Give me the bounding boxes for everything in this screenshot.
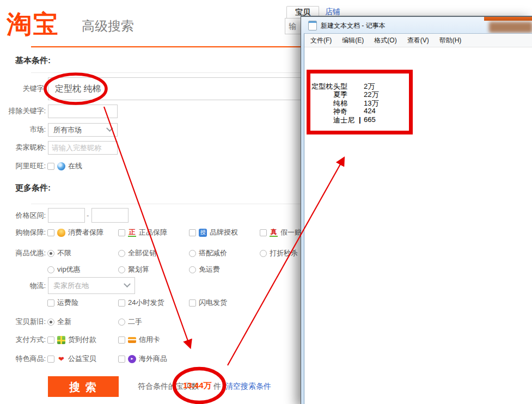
wangwang-online-option[interactable]: 在线 [47, 162, 82, 170]
fake-compensation-icon: 真 [270, 229, 278, 237]
wangwang-online-label: 在线 [68, 161, 82, 171]
menu-view[interactable]: 查看(V) [405, 35, 432, 46]
overseas-globe-icon: ▸ [128, 355, 136, 363]
shopping-protection-label: 购物保障: [3, 228, 46, 237]
logistics-label: 物流: [3, 281, 46, 290]
notepad-line: 迪士尼 | 665 [311, 115, 431, 124]
wangwang-icon [57, 162, 65, 170]
promo-bundle-radio[interactable] [189, 250, 196, 257]
credit-card-checkbox[interactable] [118, 336, 125, 344]
page-title: 高级搜索 [82, 17, 134, 35]
option-label: 消费者保障 [68, 228, 103, 237]
exclude-keyword-label: 排除关键字: [3, 107, 46, 115]
option-label: 闪电发货 [199, 298, 227, 308]
cod-checkbox[interactable] [47, 336, 54, 344]
promo-unlimited-radio[interactable] [47, 250, 54, 257]
option-label: vip优惠 [57, 265, 81, 274]
price-min-input[interactable] [48, 208, 85, 223]
notepad-line: 夏季 22万 [311, 90, 431, 98]
option-promo-vip[interactable]: vip优惠 [47, 265, 81, 274]
option-second-hand[interactable]: 二手 [118, 317, 142, 326]
result-unit: 件 [213, 382, 221, 391]
clear-search-link[interactable]: 清空搜索条件 [225, 382, 271, 391]
market-selected-value: 所有市场 [53, 125, 82, 135]
search-button[interactable]: 搜 索 [48, 376, 119, 397]
option-label: 公益宝贝 [68, 354, 96, 364]
option-label: 全新 [57, 317, 71, 327]
overseas-item-checkbox[interactable] [118, 356, 125, 363]
notepad-line: 神奇 424 [311, 107, 431, 115]
notepad-line: 定型枕 头型 2万 [311, 82, 431, 90]
menu-edit[interactable]: 编辑(E) [339, 35, 366, 46]
option-label: 打折秒杀 [270, 248, 298, 258]
option-label: 品牌授权 [210, 228, 238, 237]
page: 淘宝 高级搜索 宝贝 店铺 基本条件: 关键字: 排除关键字: 市场: 所有市场… [0, 0, 532, 404]
promo-juhuasuan-radio[interactable] [118, 266, 125, 273]
glass-showthrough [484, 17, 532, 21]
text-caret: | [359, 115, 361, 124]
option-overseas-item[interactable]: ▸ 海外商品 [118, 354, 167, 363]
option-brand-new[interactable]: 全新 [47, 317, 71, 326]
option-promo-all[interactable]: 全部促销 [118, 249, 156, 258]
notepad-window: 新建文本文档 - 记事本 文件(F) 编辑(E) 格式(O) 查看(V) 帮助(… [301, 16, 532, 404]
payment-label: 支付方式: [3, 335, 46, 344]
logistics-selected-value: 卖家所在地 [53, 281, 89, 291]
notepad-menu-bar: 文件(F) 编辑(E) 格式(O) 查看(V) 帮助(H) [304, 34, 532, 47]
seller-nickname-input[interactable] [48, 141, 118, 155]
menu-file[interactable]: 文件(F) [308, 35, 334, 46]
option-label: 二手 [128, 317, 142, 327]
24h-shipping-checkbox[interactable] [118, 299, 125, 307]
option-promo-unlimited[interactable]: 不限 [47, 249, 71, 258]
option-brand-authorization[interactable]: 授 品牌授权 [189, 228, 238, 237]
second-hand-radio[interactable] [118, 319, 125, 326]
option-promo-juhuasuan[interactable]: 聚划算 [118, 265, 149, 274]
notepad-title-bar[interactable]: 新建文本文档 - 记事本 [301, 17, 532, 33]
promo-vip-radio[interactable] [47, 266, 54, 273]
promo-flash-sale-radio[interactable] [260, 250, 267, 257]
market-select[interactable]: 所有市场 [48, 123, 118, 137]
consumer-protection-checkbox[interactable] [47, 229, 54, 236]
fake-compensation-checkbox[interactable] [260, 229, 267, 236]
logistics-select[interactable]: 卖家所在地 [48, 277, 135, 294]
genuine-guarantee-checkbox[interactable] [118, 229, 125, 236]
taobao-logo: 淘宝 [7, 8, 60, 41]
option-genuine-guarantee[interactable]: 正 正品保障 [118, 228, 167, 237]
notepad-icon [308, 21, 317, 30]
option-shipping-insurance[interactable]: 运费险 [47, 298, 78, 307]
promo-all-radio[interactable] [118, 250, 125, 257]
cod-icon [57, 336, 65, 344]
section-more-heading: 更多条件: [15, 183, 51, 193]
promo-label: 商品优惠: [3, 249, 46, 258]
result-count: 13.44万 [183, 381, 212, 391]
price-max-input[interactable] [91, 208, 129, 223]
exclude-keyword-input[interactable] [48, 105, 118, 118]
option-charity-item[interactable]: ❤ 公益宝贝 [47, 354, 96, 363]
option-24h-shipping[interactable]: 24小时发货 [118, 298, 164, 307]
option-cod[interactable]: 货到付款 [47, 335, 96, 344]
keyword-input[interactable] [48, 77, 301, 100]
option-consumer-protection[interactable]: 消费者保障 [47, 228, 103, 237]
menu-format[interactable]: 格式(O) [371, 35, 399, 46]
seller-label: 卖家昵称: [3, 143, 46, 152]
price-dash: - [87, 211, 89, 219]
option-promo-free-shipping[interactable]: 免运费 [189, 265, 220, 274]
option-promo-bundle[interactable]: 搭配减价 [189, 249, 227, 258]
option-promo-flash-sale[interactable]: 打折秒杀 [260, 249, 298, 258]
consumer-protection-icon [57, 229, 65, 237]
option-lightning-shipping[interactable]: 闪电发货 [189, 298, 227, 307]
option-label: 24小时发货 [128, 298, 164, 308]
promo-free-shipping-radio[interactable] [189, 266, 196, 273]
notepad-text: 迪士尼 [333, 115, 354, 125]
lightning-shipping-checkbox[interactable] [189, 299, 196, 307]
special-label: 特色商品: [3, 354, 46, 363]
option-label: 全部促销 [128, 248, 156, 258]
brand-authorization-checkbox[interactable] [189, 229, 196, 236]
menu-help[interactable]: 帮助(H) [437, 35, 464, 46]
charity-item-checkbox[interactable] [47, 356, 54, 363]
option-credit-card[interactable]: 信用卡 [118, 335, 160, 344]
option-label: 搭配减价 [199, 248, 227, 258]
glass-showthrough-blur [489, 22, 532, 33]
wangwang-online-checkbox[interactable] [47, 163, 54, 170]
shipping-insurance-checkbox[interactable] [47, 299, 54, 307]
brand-new-radio[interactable] [47, 319, 54, 326]
